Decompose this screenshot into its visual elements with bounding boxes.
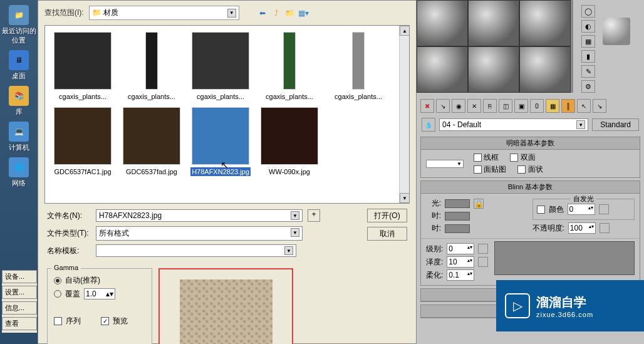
view-button[interactable]: 查看 <box>2 317 37 330</box>
desktop-shortcut-icon[interactable]: 🖥 桌面 <box>0 50 38 81</box>
options-icon[interactable]: ⚙ <box>581 80 595 93</box>
file-item[interactable]: WW-090x.jpg <box>258 107 321 176</box>
map-slot[interactable] <box>478 244 488 254</box>
scroll-up-icon[interactable]: ▲ <box>400 26 410 36</box>
file-item[interactable]: H78AFXN2823.jpg <box>189 107 252 176</box>
soften-spinner[interactable]: 0.1▴▾ <box>447 269 474 281</box>
gamma-override-radio[interactable]: 覆盖 1.0▴▾ <box>54 288 145 300</box>
file-thumbnail <box>261 107 318 165</box>
highlight-curve <box>494 241 635 275</box>
chevron-down-icon[interactable]: ▼ <box>576 120 585 129</box>
put-library-icon[interactable]: ▣ <box>514 99 528 113</box>
wireframe-checkbox[interactable] <box>474 154 482 162</box>
file-list[interactable]: cgaxis_plants...cgaxis_plants...cgaxis_p… <box>44 25 410 204</box>
preview-checkbox[interactable]: ✓ <box>101 317 109 325</box>
file-name-label: GDC6537fad.jpg <box>125 167 179 176</box>
chevron-down-icon[interactable]: ▼ <box>291 211 299 220</box>
diffuse-color[interactable] <box>445 212 470 221</box>
chevron-down-icon[interactable]: ▼ <box>284 246 293 255</box>
material-type-button[interactable]: Standard <box>592 118 639 131</box>
file-item[interactable]: cgaxis_plants... <box>258 32 321 101</box>
chevron-down-icon[interactable]: ▼ <box>291 228 299 237</box>
material-name-combo[interactable]: 04 - Default ▼ <box>439 118 588 131</box>
reset-icon[interactable]: ✕ <box>467 99 481 113</box>
glossiness-spinner[interactable]: 10▴▾ <box>447 256 474 268</box>
assign-icon[interactable]: ◉ <box>452 99 465 113</box>
put-to-scene-icon[interactable]: ↘ <box>436 99 450 113</box>
self-illum-color-checkbox[interactable] <box>537 206 545 214</box>
rollout-header[interactable]: Blinn 基本参数 <box>421 181 640 194</box>
map-slot[interactable] <box>478 257 488 267</box>
facemap-checkbox[interactable] <box>474 165 482 174</box>
rollout-header[interactable]: 明暗器基本参数 <box>421 137 640 150</box>
file-item[interactable]: GDC6537fad.jpg <box>120 107 183 176</box>
sample-uv-icon[interactable]: ▮ <box>581 50 595 63</box>
chevron-down-icon[interactable]: ▼ <box>227 9 236 18</box>
material-slot[interactable] <box>519 0 571 46</box>
gamma-auto-radio[interactable]: 自动(推荐) <box>54 275 145 286</box>
material-slot[interactable] <box>417 46 468 93</box>
open-button[interactable]: 打开(O) <box>367 209 407 222</box>
shader-type-combo[interactable]: ▼ <box>426 160 464 168</box>
file-name-label: cgaxis_plants... <box>127 92 177 101</box>
pick-material-icon[interactable]: 💧 <box>422 118 435 132</box>
make-copy-icon[interactable]: ⎘ <box>483 99 497 113</box>
settings-button[interactable]: 设置... <box>2 286 37 299</box>
lock-icon[interactable]: 🔒 <box>474 199 484 209</box>
go-parent-icon[interactable]: ↖ <box>577 99 591 113</box>
preview-frame <box>158 268 293 344</box>
network-icon[interactable]: 🌐 网络 <box>0 157 38 188</box>
go-forward-icon[interactable]: ↘ <box>593 99 606 113</box>
filename-input[interactable]: H78AFXN2823.jpg ▼ <box>96 209 303 222</box>
cancel-button[interactable]: 取消 <box>367 227 407 241</box>
ambient-color[interactable] <box>445 199 470 208</box>
backlight-icon[interactable]: ◐ <box>581 20 595 33</box>
specular-color[interactable] <box>445 224 470 233</box>
show-end-icon[interactable]: ║ <box>561 99 575 113</box>
device-button[interactable]: 设备... <box>2 270 37 283</box>
file-item[interactable]: GDC6537fAC1.jpg <box>51 107 114 176</box>
material-id-icon[interactable]: 0 <box>530 99 544 113</box>
back-icon[interactable]: ⬅ <box>257 8 268 19</box>
template-combo[interactable]: ▼ <box>96 244 296 257</box>
file-item[interactable]: cgaxis_plants... <box>327 32 390 101</box>
file-item[interactable]: cgaxis_plants... <box>120 32 183 101</box>
file-item[interactable]: cgaxis_plants... <box>51 32 114 101</box>
show-map-icon[interactable]: ▦ <box>546 99 559 113</box>
computer-icon[interactable]: 💻 计算机 <box>0 122 38 152</box>
opacity-spinner[interactable]: 100▴▾ <box>568 222 596 234</box>
sequence-checkbox[interactable] <box>54 317 62 325</box>
self-illum-spinner[interactable]: 0▴▾ <box>568 204 595 215</box>
new-folder-icon[interactable]: 📁 <box>284 8 296 19</box>
filetype-combo[interactable]: 所有格式 ▼ <box>96 226 303 241</box>
watermark: ▷ 溜溜自学 zixue.3d66.com <box>496 280 644 331</box>
material-slot[interactable] <box>417 0 468 46</box>
specular-level-spinner[interactable]: 0▴▾ <box>447 243 474 254</box>
get-material-icon[interactable]: ✖ <box>420 99 434 113</box>
two-sided-checkbox[interactable] <box>510 154 518 162</box>
radio-icon <box>54 277 61 284</box>
view-menu-icon[interactable]: ▦▾ <box>298 8 309 19</box>
material-slot[interactable] <box>468 46 519 93</box>
libraries-icon[interactable]: 📚 库 <box>0 86 38 117</box>
recent-places-icon[interactable]: 📁 最近访问的位置 <box>0 5 38 45</box>
material-slot[interactable] <box>468 0 519 46</box>
map-slot[interactable] <box>600 223 610 233</box>
folder-combo[interactable]: 📁 材质 ▼ <box>89 6 239 20</box>
scroll-down-icon[interactable]: ▼ <box>400 193 410 203</box>
info-button[interactable]: 信息... <box>2 301 37 315</box>
gamma-groupbox: Gamma 自动(推荐) 覆盖 1.0▴▾ 序列 ✓ 预览 <box>47 268 152 344</box>
material-slot[interactable] <box>519 46 571 93</box>
up-icon[interactable]: ⤴ <box>271 8 282 19</box>
background-icon[interactable]: ▦ <box>581 35 595 48</box>
video-check-icon[interactable]: ✎ <box>581 65 595 78</box>
file-name-label: H78AFXN2823.jpg <box>190 167 251 176</box>
make-unique-icon[interactable]: ◫ <box>499 99 512 113</box>
sample-type-icon[interactable]: ◯ <box>581 5 595 18</box>
map-slot[interactable] <box>599 204 609 214</box>
history-add-button[interactable]: + <box>308 209 320 222</box>
scrollbar-vertical[interactable]: ▲ ▼ <box>399 26 409 203</box>
faceted-checkbox[interactable] <box>517 165 526 174</box>
file-item[interactable]: cgaxis_plants... <box>189 32 252 101</box>
gamma-value-spinner[interactable]: 1.0▴▾ <box>84 288 115 300</box>
